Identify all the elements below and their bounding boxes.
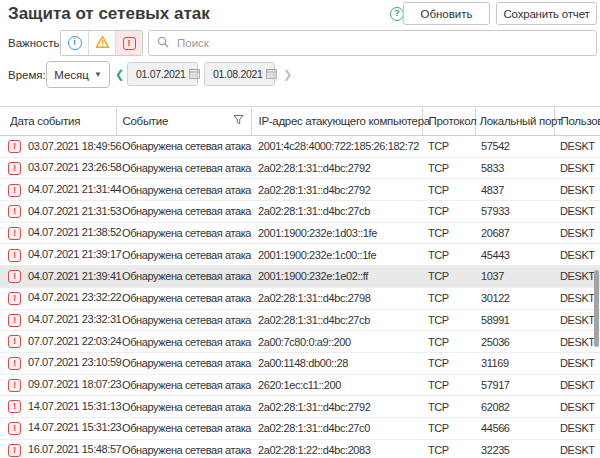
col-header-protocol[interactable]: Протокол: [422, 107, 475, 136]
save-report-button[interactable]: Сохранить отчет: [496, 2, 597, 25]
table-row[interactable]: !07.07.2021 23:10:59 Обнаружена сетевая …: [0, 352, 600, 374]
filter-icon[interactable]: [233, 114, 244, 127]
critical-icon: !: [8, 357, 21, 370]
warning-icon: [95, 35, 110, 52]
prev-period-chevron[interactable]: ❮: [115, 68, 124, 81]
cell-date: !16.07.2021 15:48:57: [0, 439, 116, 458]
calendar-icon: [266, 68, 277, 81]
cell-event: Обнаружена сетевая атака: [116, 266, 251, 288]
critical-icon: !: [8, 314, 21, 327]
refresh-button[interactable]: Обновить: [403, 2, 490, 25]
table-row[interactable]: !09.07.2021 18:07:23 Обнаружена сетевая …: [0, 374, 600, 396]
critical-icon: !: [8, 270, 21, 283]
table-row[interactable]: !03.07.2021 23:26:58 Обнаружена сетевая …: [0, 157, 600, 179]
cell-protocol: TCP: [422, 222, 475, 244]
cell-ip: 2a02:28:1:31::d4bc:2792: [251, 179, 422, 201]
page-title: Защита от сетевых атак: [8, 4, 210, 24]
cell-date: !03.07.2021 23:26:58: [0, 157, 116, 179]
critical-icon: !: [8, 227, 21, 240]
cell-date: !09.07.2021 18:07:23: [0, 374, 116, 396]
table-row[interactable]: !04.07.2021 23:32:31 Обнаружена сетевая …: [0, 309, 600, 331]
table-row[interactable]: !16.07.2021 15:48:57 Обнаружена сетевая …: [0, 439, 600, 458]
cell-date: !04.07.2021 23:32:22: [0, 287, 116, 309]
severity-warning-button[interactable]: [88, 31, 115, 55]
table-row[interactable]: !04.07.2021 23:32:22 Обнаружена сетевая …: [0, 287, 600, 309]
search-input[interactable]: [175, 36, 588, 50]
cell-event: Обнаружена сетевая атака: [116, 157, 251, 179]
cell-event: Обнаружена сетевая атака: [116, 374, 251, 396]
table-row[interactable]: !14.07.2021 15:31:13 Обнаружена сетевая …: [0, 396, 600, 418]
cell-protocol: TCP: [422, 201, 475, 223]
col-header-event[interactable]: Событие: [116, 107, 251, 136]
cell-ip: 2a02:28:1:22::d4bc:2083: [251, 439, 422, 458]
cell-ip: 2620:1ec:c11::200: [251, 374, 422, 396]
cell-protocol: TCP: [422, 396, 475, 418]
cell-ip: 2a02:28:1:31::d4bc:27c0: [251, 417, 422, 439]
cell-event: Обнаружена сетевая атака: [116, 352, 251, 374]
cell-event: Обнаружена сетевая атака: [116, 244, 251, 266]
table-header-row: Дата события Событие IP-адрес атакующего…: [0, 107, 600, 136]
importance-label: Важность:: [8, 37, 63, 49]
table-row[interactable]: !04.07.2021 21:31:53 Обнаружена сетевая …: [0, 201, 600, 223]
col-header-local-port[interactable]: Локальный порт: [475, 107, 554, 136]
period-dropdown[interactable]: Месяц ▼: [46, 61, 110, 88]
col-header-event-label: Событие: [123, 115, 169, 127]
cell-port: 30122: [475, 287, 554, 309]
cell-ip: 2a00:7c80:0:a9::200: [251, 331, 422, 353]
col-header-date[interactable]: Дата события: [0, 107, 116, 136]
calendar-icon: [189, 68, 200, 81]
cell-event: Обнаружена сетевая атака: [116, 417, 251, 439]
cell-date: !03.07.2021 18:49:56: [0, 136, 116, 158]
search-icon: [157, 34, 169, 52]
cell-ip: 2a00:1148:db00::28: [251, 352, 422, 374]
cell-ip: 2001:1900:232e:1d03::1fe: [251, 222, 422, 244]
critical-icon: !: [8, 379, 21, 392]
help-icon[interactable]: ?: [390, 7, 404, 21]
critical-icon: !: [8, 422, 21, 435]
table-row[interactable]: !03.07.2021 18:49:56 Обнаружена сетевая …: [0, 136, 600, 158]
table-row[interactable]: !04.07.2021 21:39:41 Обнаружена сетевая …: [0, 266, 600, 288]
cell-port: 32235: [475, 439, 554, 458]
cell-port: 20687: [475, 222, 554, 244]
cell-port: 4837: [475, 179, 554, 201]
date-to-field[interactable]: 01.08.2021: [204, 62, 275, 86]
cell-date: !14.07.2021 15:31:13: [0, 396, 116, 418]
cell-ip: 2a02:28:1:31::d4bc:2798: [251, 287, 422, 309]
table-row[interactable]: !04.07.2021 21:38:52 Обнаружена сетевая …: [0, 222, 600, 244]
cell-protocol: TCP: [422, 179, 475, 201]
search-box: [148, 30, 597, 56]
cell-user: DESKT: [554, 439, 600, 458]
cell-protocol: TCP: [422, 157, 475, 179]
critical-icon: !: [8, 184, 21, 197]
table-row[interactable]: !07.07.2021 22:03:24 Обнаружена сетевая …: [0, 331, 600, 353]
vertical-scrollbar[interactable]: [594, 270, 599, 347]
table-row[interactable]: !04.07.2021 21:31:44 Обнаружена сетевая …: [0, 179, 600, 201]
severity-critical-button[interactable]: !: [115, 31, 142, 55]
critical-icon: !: [8, 205, 21, 218]
severity-info-button[interactable]: i: [61, 31, 88, 55]
cell-date: !04.07.2021 21:39:41: [0, 266, 116, 288]
cell-event: Обнаружена сетевая атака: [116, 179, 251, 201]
critical-icon: !: [8, 249, 21, 262]
cell-protocol: TCP: [422, 266, 475, 288]
cell-ip: 2001:1900:232e:1e02::ff: [251, 266, 422, 288]
date-from-value: 01.07.2021: [136, 68, 186, 80]
col-header-ip[interactable]: IP-адрес атакующего компьютера: [251, 107, 422, 136]
table-row[interactable]: !04.07.2021 21:39:17 Обнаружена сетевая …: [0, 244, 600, 266]
cell-port: 57542: [475, 136, 554, 158]
severity-filter-group: i !: [60, 30, 143, 56]
cell-date: !04.07.2021 21:31:44: [0, 179, 116, 201]
next-period-chevron[interactable]: ❯: [283, 68, 292, 81]
table-row[interactable]: !14.07.2021 15:31:23 Обнаружена сетевая …: [0, 417, 600, 439]
col-header-user[interactable]: Пользователь: [554, 107, 600, 136]
info-icon: i: [68, 36, 82, 50]
cell-user: DESKT: [554, 222, 600, 244]
cell-date: !04.07.2021 23:32:31: [0, 309, 116, 331]
date-from-field[interactable]: 01.07.2021: [127, 62, 198, 86]
cell-user: DESKT: [554, 352, 600, 374]
cell-port: 25036: [475, 331, 554, 353]
period-value: Месяц: [54, 69, 89, 81]
cell-protocol: TCP: [422, 439, 475, 458]
cell-protocol: TCP: [422, 352, 475, 374]
cell-event: Обнаружена сетевая атака: [116, 331, 251, 353]
